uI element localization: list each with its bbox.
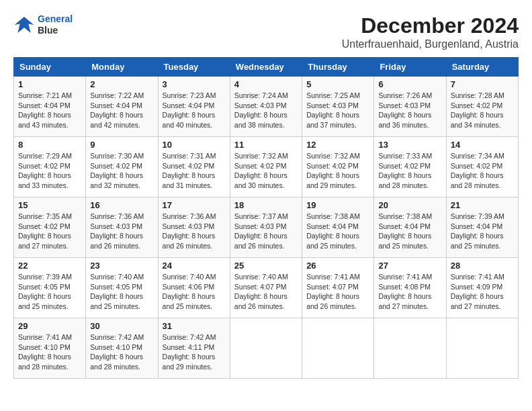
day-info: Sunrise: 7:26 AMSunset: 4:03 PMDaylight:… [378,91,441,130]
calendar-day-cell: 22Sunrise: 7:39 AMSunset: 4:05 PMDayligh… [14,258,86,318]
empty-cell [302,318,374,379]
weekday-header-monday: Monday [86,58,158,77]
calendar-day-cell: 7Sunrise: 7:28 AMSunset: 4:02 PMDaylight… [446,77,518,137]
weekday-header-row: SundayMondayTuesdayWednesdayThursdayFrid… [14,58,519,77]
calendar-day-cell: 11Sunrise: 7:32 AMSunset: 4:02 PMDayligh… [230,137,302,197]
day-info: Sunrise: 7:40 AMSunset: 4:07 PMDaylight:… [234,272,298,312]
calendar-day-cell: 14Sunrise: 7:34 AMSunset: 4:02 PMDayligh… [446,137,518,197]
calendar-day-cell: 23Sunrise: 7:40 AMSunset: 4:05 PMDayligh… [86,258,158,318]
calendar-day-cell: 13Sunrise: 7:33 AMSunset: 4:02 PMDayligh… [374,137,446,197]
day-number: 4 [234,79,298,89]
title-block: December 2024 Unterfrauenhaid, Burgenlan… [342,13,519,50]
day-info: Sunrise: 7:35 AMSunset: 4:02 PMDaylight:… [18,212,81,251]
calendar-day-cell: 15Sunrise: 7:35 AMSunset: 4:02 PMDayligh… [14,197,86,258]
day-info: Sunrise: 7:29 AMSunset: 4:02 PMDaylight:… [18,151,81,191]
logo-text: General Blue [38,13,73,36]
weekday-header-sunday: Sunday [14,58,86,77]
calendar-day-cell: 4Sunrise: 7:24 AMSunset: 4:03 PMDaylight… [230,77,302,137]
calendar-day-cell: 27Sunrise: 7:41 AMSunset: 4:08 PMDayligh… [374,258,446,318]
logo-icon [13,14,35,36]
empty-cell [446,318,518,379]
day-info: Sunrise: 7:41 AMSunset: 4:10 PMDaylight:… [18,332,81,372]
day-info: Sunrise: 7:32 AMSunset: 4:02 PMDaylight:… [234,151,298,191]
calendar-day-cell: 20Sunrise: 7:38 AMSunset: 4:04 PMDayligh… [374,197,446,258]
logo-line1: General [38,13,73,24]
calendar-day-cell: 18Sunrise: 7:37 AMSunset: 4:03 PMDayligh… [230,197,302,258]
day-number: 28 [451,261,514,271]
day-info: Sunrise: 7:23 AMSunset: 4:04 PMDaylight:… [163,91,226,130]
day-number: 15 [18,200,81,210]
day-info: Sunrise: 7:21 AMSunset: 4:04 PMDaylight:… [18,91,81,130]
day-number: 22 [18,261,81,271]
day-info: Sunrise: 7:33 AMSunset: 4:02 PMDaylight:… [378,151,441,191]
day-number: 12 [306,140,369,150]
calendar-day-cell: 16Sunrise: 7:36 AMSunset: 4:03 PMDayligh… [86,197,158,258]
day-number: 29 [18,321,81,331]
day-info: Sunrise: 7:34 AMSunset: 4:02 PMDaylight:… [451,151,514,191]
day-info: Sunrise: 7:42 AMSunset: 4:10 PMDaylight:… [90,332,153,372]
calendar-week-row: 1Sunrise: 7:21 AMSunset: 4:04 PMDaylight… [14,77,519,137]
day-number: 6 [378,79,441,89]
day-number: 20 [378,200,441,210]
day-number: 31 [163,321,226,331]
calendar-day-cell: 12Sunrise: 7:32 AMSunset: 4:02 PMDayligh… [302,137,374,197]
logo: General Blue [13,13,73,36]
calendar-day-cell: 26Sunrise: 7:41 AMSunset: 4:07 PMDayligh… [302,258,374,318]
day-info: Sunrise: 7:24 AMSunset: 4:03 PMDaylight:… [234,91,298,130]
day-number: 10 [163,140,226,150]
day-number: 5 [306,79,369,89]
weekday-header-wednesday: Wednesday [230,58,302,77]
day-number: 23 [90,261,153,271]
day-info: Sunrise: 7:31 AMSunset: 4:02 PMDaylight:… [163,151,226,191]
calendar-day-cell: 1Sunrise: 7:21 AMSunset: 4:04 PMDaylight… [14,77,86,137]
calendar-day-cell: 31Sunrise: 7:42 AMSunset: 4:11 PMDayligh… [158,318,230,379]
calendar-day-cell: 25Sunrise: 7:40 AMSunset: 4:07 PMDayligh… [230,258,302,318]
calendar-table: SundayMondayTuesdayWednesdayThursdayFrid… [13,57,519,379]
day-number: 30 [90,321,153,331]
calendar-day-cell: 19Sunrise: 7:38 AMSunset: 4:04 PMDayligh… [302,197,374,258]
day-number: 1 [18,79,81,89]
day-number: 26 [306,261,369,271]
calendar-day-cell: 9Sunrise: 7:30 AMSunset: 4:02 PMDaylight… [86,137,158,197]
day-info: Sunrise: 7:36 AMSunset: 4:03 PMDaylight:… [163,212,226,251]
svg-marker-0 [15,17,34,33]
logo-line2: Blue [38,25,73,36]
calendar-day-cell: 6Sunrise: 7:26 AMSunset: 4:03 PMDaylight… [374,77,446,137]
calendar-day-cell: 24Sunrise: 7:40 AMSunset: 4:06 PMDayligh… [158,258,230,318]
day-info: Sunrise: 7:32 AMSunset: 4:02 PMDaylight:… [306,151,369,191]
day-info: Sunrise: 7:30 AMSunset: 4:02 PMDaylight:… [90,151,153,191]
calendar-week-row: 22Sunrise: 7:39 AMSunset: 4:05 PMDayligh… [14,258,519,318]
day-number: 14 [451,140,514,150]
day-info: Sunrise: 7:28 AMSunset: 4:02 PMDaylight:… [451,91,514,130]
day-number: 16 [90,200,153,210]
weekday-header-tuesday: Tuesday [158,58,230,77]
day-number: 21 [451,200,514,210]
page-header: General Blue December 2024 Unterfrauenha… [13,13,519,50]
calendar-day-cell: 3Sunrise: 7:23 AMSunset: 4:04 PMDaylight… [158,77,230,137]
day-number: 24 [163,261,226,271]
day-info: Sunrise: 7:40 AMSunset: 4:06 PMDaylight:… [163,272,226,312]
day-number: 7 [451,79,514,89]
calendar-day-cell: 29Sunrise: 7:41 AMSunset: 4:10 PMDayligh… [14,318,86,379]
calendar-day-cell: 30Sunrise: 7:42 AMSunset: 4:10 PMDayligh… [86,318,158,379]
day-info: Sunrise: 7:36 AMSunset: 4:03 PMDaylight:… [90,212,153,251]
calendar-week-row: 29Sunrise: 7:41 AMSunset: 4:10 PMDayligh… [14,318,519,379]
calendar-week-row: 8Sunrise: 7:29 AMSunset: 4:02 PMDaylight… [14,137,519,197]
empty-cell [230,318,302,379]
calendar-day-cell: 2Sunrise: 7:22 AMSunset: 4:04 PMDaylight… [86,77,158,137]
day-number: 25 [234,261,298,271]
day-info: Sunrise: 7:40 AMSunset: 4:05 PMDaylight:… [90,272,153,312]
day-number: 17 [163,200,226,210]
calendar-title: December 2024 [342,13,519,38]
calendar-day-cell: 5Sunrise: 7:25 AMSunset: 4:03 PMDaylight… [302,77,374,137]
day-number: 27 [378,261,441,271]
day-info: Sunrise: 7:39 AMSunset: 4:05 PMDaylight:… [18,272,81,312]
day-info: Sunrise: 7:37 AMSunset: 4:03 PMDaylight:… [234,212,298,251]
empty-cell [374,318,446,379]
day-number: 9 [90,140,153,150]
calendar-subtitle: Unterfrauenhaid, Burgenland, Austria [342,38,519,50]
day-info: Sunrise: 7:42 AMSunset: 4:11 PMDaylight:… [163,332,226,372]
calendar-day-cell: 21Sunrise: 7:39 AMSunset: 4:04 PMDayligh… [446,197,518,258]
weekday-header-saturday: Saturday [446,58,518,77]
calendar-day-cell: 28Sunrise: 7:41 AMSunset: 4:09 PMDayligh… [446,258,518,318]
